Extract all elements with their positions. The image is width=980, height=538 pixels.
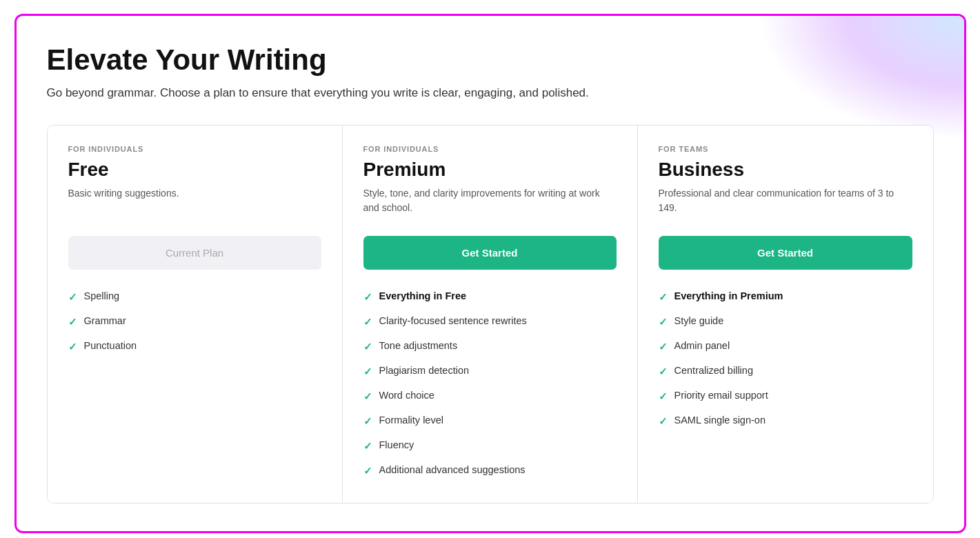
feature-text: Word choice bbox=[379, 388, 434, 402]
check-icon: ✓ bbox=[659, 315, 668, 329]
feature-item: ✓Everything in Free bbox=[363, 289, 617, 304]
feature-text: Spelling bbox=[84, 289, 120, 303]
check-icon: ✓ bbox=[363, 439, 372, 453]
feature-item: ✓Admin panel bbox=[659, 339, 912, 354]
get-started-button-business[interactable]: Get Started bbox=[659, 236, 912, 270]
feature-item: ✓Style guide bbox=[659, 314, 912, 329]
features-list-premium: ✓Everything in Free✓Clarity-focused sent… bbox=[363, 289, 617, 478]
plan-for-label-premium: FOR INDIVIDUALS bbox=[363, 145, 617, 153]
feature-text: Fluency bbox=[379, 438, 414, 452]
check-icon: ✓ bbox=[68, 339, 77, 354]
check-icon: ✓ bbox=[659, 364, 668, 379]
feature-item: ✓Everything in Premium bbox=[659, 289, 912, 304]
feature-text: Additional advanced suggestions bbox=[379, 463, 526, 477]
feature-item: ✓Fluency bbox=[363, 438, 617, 453]
check-icon: ✓ bbox=[363, 339, 372, 354]
feature-text: Priority email support bbox=[674, 388, 768, 402]
plan-card-premium: FOR INDIVIDUALSPremiumStyle, tone, and c… bbox=[343, 126, 638, 503]
get-started-button-premium[interactable]: Get Started bbox=[363, 236, 617, 270]
check-icon: ✓ bbox=[68, 290, 77, 304]
plans-grid: FOR INDIVIDUALSFreeBasic writing suggest… bbox=[47, 125, 934, 504]
check-icon: ✓ bbox=[659, 339, 668, 354]
feature-text: SAML single sign-on bbox=[674, 413, 766, 427]
feature-item: ✓Plagiarism detection bbox=[363, 363, 617, 379]
plan-card-free: FOR INDIVIDUALSFreeBasic writing suggest… bbox=[48, 126, 343, 503]
check-icon: ✓ bbox=[363, 389, 372, 404]
page-title: Elevate Your Writing bbox=[47, 43, 934, 77]
check-icon: ✓ bbox=[68, 315, 77, 329]
feature-item: ✓Priority email support bbox=[659, 388, 912, 404]
feature-item: ✓Clarity-focused sentence rewrites bbox=[363, 314, 617, 329]
plan-name-business: Business bbox=[659, 159, 912, 181]
feature-text: Admin panel bbox=[674, 339, 730, 352]
check-icon: ✓ bbox=[363, 464, 372, 478]
plan-name-free: Free bbox=[68, 159, 321, 181]
feature-item: ✓Additional advanced suggestions bbox=[363, 463, 617, 478]
feature-text: Clarity-focused sentence rewrites bbox=[379, 314, 527, 328]
feature-item: ✓Punctuation bbox=[68, 339, 321, 354]
check-icon: ✓ bbox=[363, 290, 372, 304]
feature-text: Everything in Premium bbox=[674, 289, 783, 303]
plan-description-premium: Style, tone, and clarity improvements fo… bbox=[363, 186, 617, 217]
feature-item: ✓Formality level bbox=[363, 413, 617, 428]
feature-item: ✓Tone adjustments bbox=[363, 339, 617, 354]
check-icon: ✓ bbox=[659, 389, 668, 404]
feature-text: Grammar bbox=[84, 314, 126, 328]
feature-item: ✓Word choice bbox=[363, 388, 617, 404]
feature-item: ✓Grammar bbox=[68, 314, 321, 329]
plan-name-premium: Premium bbox=[363, 159, 617, 181]
pricing-page: Elevate Your Writing Go beyond grammar. … bbox=[14, 14, 966, 533]
check-icon: ✓ bbox=[659, 414, 668, 428]
feature-item: ✓Centralized billing bbox=[659, 363, 912, 379]
page-subtitle: Go beyond grammar. Choose a plan to ensu… bbox=[47, 86, 934, 100]
check-icon: ✓ bbox=[659, 290, 668, 304]
current-plan-button-free: Current Plan bbox=[68, 236, 321, 270]
feature-text: Formality level bbox=[379, 413, 443, 427]
features-list-free: ✓Spelling✓Grammar✓Punctuation bbox=[68, 289, 321, 354]
check-icon: ✓ bbox=[363, 364, 372, 379]
check-icon: ✓ bbox=[363, 414, 372, 428]
plan-description-free: Basic writing suggestions. bbox=[68, 186, 321, 217]
feature-text: Punctuation bbox=[84, 339, 137, 352]
feature-text: Style guide bbox=[674, 314, 724, 328]
feature-item: ✓Spelling bbox=[68, 289, 321, 304]
features-list-business: ✓Everything in Premium✓Style guide✓Admin… bbox=[659, 289, 912, 428]
check-icon: ✓ bbox=[363, 315, 372, 329]
background-decoration bbox=[757, 16, 964, 140]
feature-text: Plagiarism detection bbox=[379, 363, 470, 377]
plan-for-label-free: FOR INDIVIDUALS bbox=[68, 145, 321, 153]
plan-card-business: FOR TEAMSBusinessProfessional and clear … bbox=[638, 126, 933, 503]
feature-text: Tone adjustments bbox=[379, 339, 458, 352]
feature-text: Centralized billing bbox=[674, 363, 753, 377]
feature-item: ✓SAML single sign-on bbox=[659, 413, 912, 428]
feature-text: Everything in Free bbox=[379, 289, 467, 303]
plan-description-business: Professional and clear communication for… bbox=[659, 186, 912, 217]
plan-for-label-business: FOR TEAMS bbox=[659, 145, 912, 153]
